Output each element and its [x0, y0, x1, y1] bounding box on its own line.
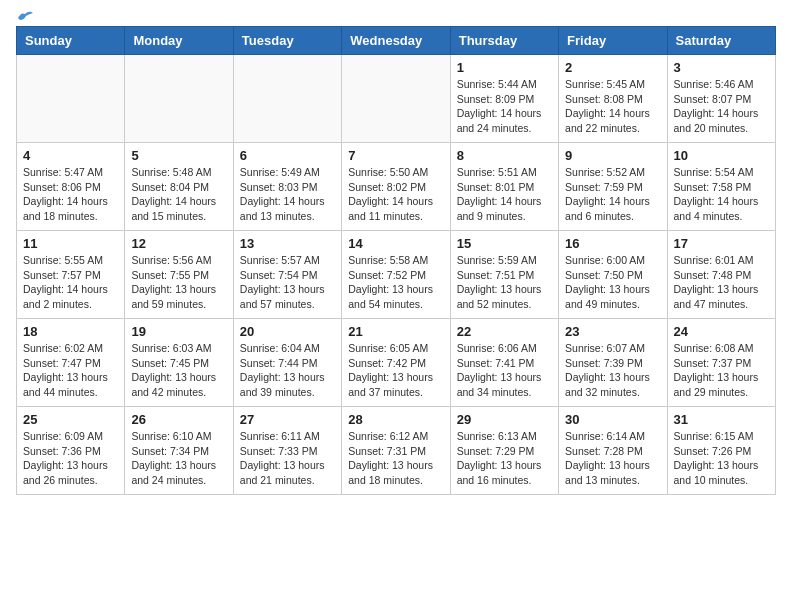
- day-info: Sunrise: 6:11 AM Sunset: 7:33 PM Dayligh…: [240, 429, 335, 488]
- day-number: 25: [23, 412, 118, 427]
- calendar-cell: 10Sunrise: 5:54 AM Sunset: 7:58 PM Dayli…: [667, 143, 775, 231]
- calendar-cell: 29Sunrise: 6:13 AM Sunset: 7:29 PM Dayli…: [450, 407, 558, 495]
- col-header-friday: Friday: [559, 27, 667, 55]
- day-number: 6: [240, 148, 335, 163]
- logo-bird-icon: [16, 8, 34, 22]
- day-info: Sunrise: 5:47 AM Sunset: 8:06 PM Dayligh…: [23, 165, 118, 224]
- calendar-table: SundayMondayTuesdayWednesdayThursdayFrid…: [16, 26, 776, 495]
- calendar-cell: 23Sunrise: 6:07 AM Sunset: 7:39 PM Dayli…: [559, 319, 667, 407]
- day-number: 28: [348, 412, 443, 427]
- calendar-header-row: SundayMondayTuesdayWednesdayThursdayFrid…: [17, 27, 776, 55]
- day-number: 1: [457, 60, 552, 75]
- calendar-cell: [342, 55, 450, 143]
- calendar-cell: 3Sunrise: 5:46 AM Sunset: 8:07 PM Daylig…: [667, 55, 775, 143]
- day-number: 14: [348, 236, 443, 251]
- day-info: Sunrise: 5:56 AM Sunset: 7:55 PM Dayligh…: [131, 253, 226, 312]
- calendar-cell: 4Sunrise: 5:47 AM Sunset: 8:06 PM Daylig…: [17, 143, 125, 231]
- calendar-cell: 7Sunrise: 5:50 AM Sunset: 8:02 PM Daylig…: [342, 143, 450, 231]
- day-info: Sunrise: 6:00 AM Sunset: 7:50 PM Dayligh…: [565, 253, 660, 312]
- day-number: 2: [565, 60, 660, 75]
- day-info: Sunrise: 5:58 AM Sunset: 7:52 PM Dayligh…: [348, 253, 443, 312]
- calendar-cell: 24Sunrise: 6:08 AM Sunset: 7:37 PM Dayli…: [667, 319, 775, 407]
- day-number: 5: [131, 148, 226, 163]
- calendar-cell: 28Sunrise: 6:12 AM Sunset: 7:31 PM Dayli…: [342, 407, 450, 495]
- day-info: Sunrise: 6:15 AM Sunset: 7:26 PM Dayligh…: [674, 429, 769, 488]
- col-header-sunday: Sunday: [17, 27, 125, 55]
- day-number: 19: [131, 324, 226, 339]
- calendar-cell: 15Sunrise: 5:59 AM Sunset: 7:51 PM Dayli…: [450, 231, 558, 319]
- calendar-cell: 5Sunrise: 5:48 AM Sunset: 8:04 PM Daylig…: [125, 143, 233, 231]
- day-number: 16: [565, 236, 660, 251]
- day-number: 27: [240, 412, 335, 427]
- calendar-cell: 14Sunrise: 5:58 AM Sunset: 7:52 PM Dayli…: [342, 231, 450, 319]
- calendar-cell: 8Sunrise: 5:51 AM Sunset: 8:01 PM Daylig…: [450, 143, 558, 231]
- day-number: 29: [457, 412, 552, 427]
- day-info: Sunrise: 6:02 AM Sunset: 7:47 PM Dayligh…: [23, 341, 118, 400]
- calendar-cell: 18Sunrise: 6:02 AM Sunset: 7:47 PM Dayli…: [17, 319, 125, 407]
- calendar-cell: [125, 55, 233, 143]
- calendar-week-2: 4Sunrise: 5:47 AM Sunset: 8:06 PM Daylig…: [17, 143, 776, 231]
- day-number: 31: [674, 412, 769, 427]
- day-number: 3: [674, 60, 769, 75]
- calendar-week-4: 18Sunrise: 6:02 AM Sunset: 7:47 PM Dayli…: [17, 319, 776, 407]
- day-number: 8: [457, 148, 552, 163]
- page-header: [16, 16, 776, 18]
- calendar-cell: 2Sunrise: 5:45 AM Sunset: 8:08 PM Daylig…: [559, 55, 667, 143]
- day-number: 18: [23, 324, 118, 339]
- day-number: 23: [565, 324, 660, 339]
- day-info: Sunrise: 6:08 AM Sunset: 7:37 PM Dayligh…: [674, 341, 769, 400]
- calendar-cell: 6Sunrise: 5:49 AM Sunset: 8:03 PM Daylig…: [233, 143, 341, 231]
- calendar-cell: 31Sunrise: 6:15 AM Sunset: 7:26 PM Dayli…: [667, 407, 775, 495]
- calendar-cell: 16Sunrise: 6:00 AM Sunset: 7:50 PM Dayli…: [559, 231, 667, 319]
- calendar-cell: 17Sunrise: 6:01 AM Sunset: 7:48 PM Dayli…: [667, 231, 775, 319]
- col-header-thursday: Thursday: [450, 27, 558, 55]
- calendar-cell: 12Sunrise: 5:56 AM Sunset: 7:55 PM Dayli…: [125, 231, 233, 319]
- calendar-cell: [233, 55, 341, 143]
- day-info: Sunrise: 6:10 AM Sunset: 7:34 PM Dayligh…: [131, 429, 226, 488]
- day-number: 10: [674, 148, 769, 163]
- day-info: Sunrise: 6:01 AM Sunset: 7:48 PM Dayligh…: [674, 253, 769, 312]
- day-info: Sunrise: 5:52 AM Sunset: 7:59 PM Dayligh…: [565, 165, 660, 224]
- day-info: Sunrise: 5:54 AM Sunset: 7:58 PM Dayligh…: [674, 165, 769, 224]
- col-header-wednesday: Wednesday: [342, 27, 450, 55]
- day-number: 4: [23, 148, 118, 163]
- day-number: 7: [348, 148, 443, 163]
- col-header-tuesday: Tuesday: [233, 27, 341, 55]
- day-info: Sunrise: 6:06 AM Sunset: 7:41 PM Dayligh…: [457, 341, 552, 400]
- day-number: 30: [565, 412, 660, 427]
- calendar-week-5: 25Sunrise: 6:09 AM Sunset: 7:36 PM Dayli…: [17, 407, 776, 495]
- day-info: Sunrise: 5:55 AM Sunset: 7:57 PM Dayligh…: [23, 253, 118, 312]
- calendar-cell: 30Sunrise: 6:14 AM Sunset: 7:28 PM Dayli…: [559, 407, 667, 495]
- day-number: 15: [457, 236, 552, 251]
- calendar-cell: 22Sunrise: 6:06 AM Sunset: 7:41 PM Dayli…: [450, 319, 558, 407]
- calendar-cell: 9Sunrise: 5:52 AM Sunset: 7:59 PM Daylig…: [559, 143, 667, 231]
- day-info: Sunrise: 5:57 AM Sunset: 7:54 PM Dayligh…: [240, 253, 335, 312]
- day-number: 9: [565, 148, 660, 163]
- day-info: Sunrise: 5:48 AM Sunset: 8:04 PM Dayligh…: [131, 165, 226, 224]
- day-info: Sunrise: 6:05 AM Sunset: 7:42 PM Dayligh…: [348, 341, 443, 400]
- day-number: 20: [240, 324, 335, 339]
- day-info: Sunrise: 5:46 AM Sunset: 8:07 PM Dayligh…: [674, 77, 769, 136]
- day-info: Sunrise: 5:50 AM Sunset: 8:02 PM Dayligh…: [348, 165, 443, 224]
- day-info: Sunrise: 6:03 AM Sunset: 7:45 PM Dayligh…: [131, 341, 226, 400]
- col-header-saturday: Saturday: [667, 27, 775, 55]
- day-info: Sunrise: 5:44 AM Sunset: 8:09 PM Dayligh…: [457, 77, 552, 136]
- col-header-monday: Monday: [125, 27, 233, 55]
- day-number: 12: [131, 236, 226, 251]
- day-info: Sunrise: 6:04 AM Sunset: 7:44 PM Dayligh…: [240, 341, 335, 400]
- day-number: 22: [457, 324, 552, 339]
- calendar-cell: 20Sunrise: 6:04 AM Sunset: 7:44 PM Dayli…: [233, 319, 341, 407]
- calendar-cell: 19Sunrise: 6:03 AM Sunset: 7:45 PM Dayli…: [125, 319, 233, 407]
- calendar-week-1: 1Sunrise: 5:44 AM Sunset: 8:09 PM Daylig…: [17, 55, 776, 143]
- day-number: 21: [348, 324, 443, 339]
- day-info: Sunrise: 5:49 AM Sunset: 8:03 PM Dayligh…: [240, 165, 335, 224]
- calendar-cell: 27Sunrise: 6:11 AM Sunset: 7:33 PM Dayli…: [233, 407, 341, 495]
- day-info: Sunrise: 6:14 AM Sunset: 7:28 PM Dayligh…: [565, 429, 660, 488]
- calendar-cell: 11Sunrise: 5:55 AM Sunset: 7:57 PM Dayli…: [17, 231, 125, 319]
- day-info: Sunrise: 5:59 AM Sunset: 7:51 PM Dayligh…: [457, 253, 552, 312]
- day-number: 11: [23, 236, 118, 251]
- calendar-cell: 26Sunrise: 6:10 AM Sunset: 7:34 PM Dayli…: [125, 407, 233, 495]
- calendar-cell: 25Sunrise: 6:09 AM Sunset: 7:36 PM Dayli…: [17, 407, 125, 495]
- calendar-cell: 1Sunrise: 5:44 AM Sunset: 8:09 PM Daylig…: [450, 55, 558, 143]
- day-info: Sunrise: 5:45 AM Sunset: 8:08 PM Dayligh…: [565, 77, 660, 136]
